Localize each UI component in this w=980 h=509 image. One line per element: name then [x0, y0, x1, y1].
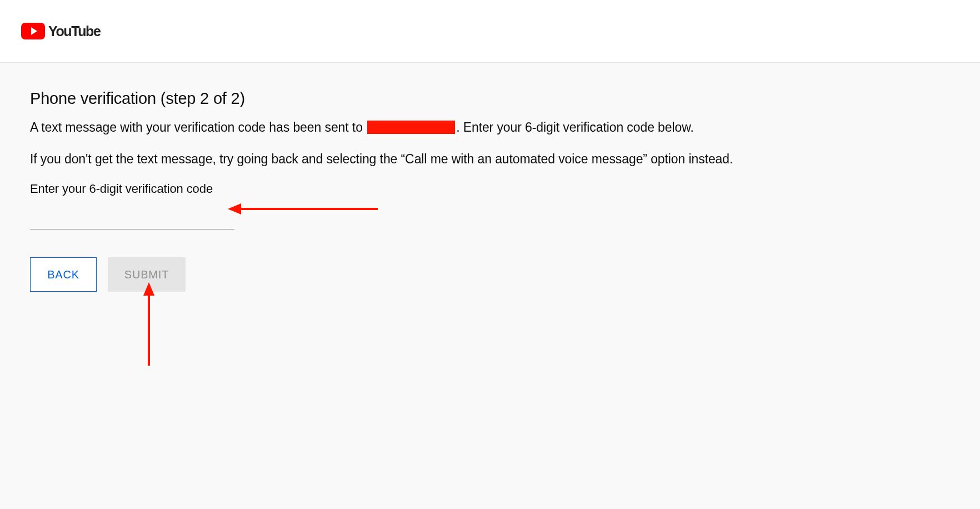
help-text: If you don't get the text message, try g… [30, 149, 980, 169]
description-prefix: A text message with your verification co… [30, 120, 366, 134]
page-title: Phone verification (step 2 of 2) [30, 89, 980, 108]
verification-code-input[interactable] [30, 206, 234, 229]
submit-button[interactable]: SUBMIT [108, 257, 186, 292]
back-button[interactable]: BACK [30, 257, 97, 292]
main-content: Phone verification (step 2 of 2) A text … [0, 63, 980, 509]
code-input-label: Enter your 6-digit verification code [30, 182, 980, 196]
description-suffix: . Enter your 6-digit verification code b… [456, 120, 694, 134]
logo-text: YouTube [48, 23, 100, 39]
youtube-logo[interactable]: YouTube [21, 23, 100, 39]
header-bar: YouTube [0, 0, 980, 63]
youtube-icon [21, 23, 45, 39]
play-triangle-icon [31, 27, 37, 35]
description-text: A text message with your verification co… [30, 118, 980, 137]
redacted-phone-number [367, 121, 455, 134]
button-row: BACK SUBMIT [30, 257, 980, 292]
